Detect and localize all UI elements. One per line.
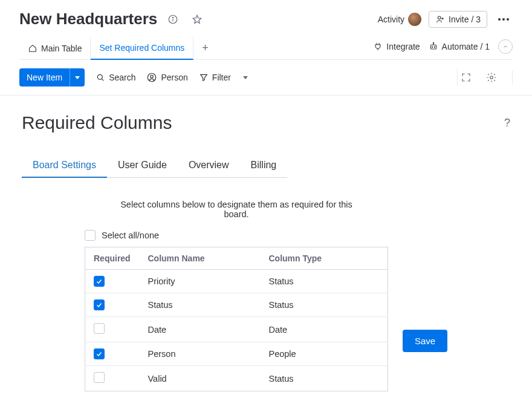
automate-label: Automate / 1 xyxy=(442,42,490,51)
th-type: Column Type xyxy=(261,247,388,270)
integrate-link[interactable]: Integrate xyxy=(373,42,420,51)
table-row: DateDate xyxy=(85,317,388,342)
svg-point-9 xyxy=(434,47,435,47)
filter-label: Filter xyxy=(212,73,231,82)
row-checkbox[interactable] xyxy=(94,299,105,310)
activity-link[interactable]: Activity xyxy=(378,13,421,26)
integrate-label: Integrate xyxy=(386,42,420,51)
search-label: Search xyxy=(109,73,135,82)
row-column-name: Valid xyxy=(140,366,261,391)
chevron-up-icon xyxy=(502,44,508,50)
row-checkbox[interactable] xyxy=(94,276,105,287)
star-icon[interactable] xyxy=(189,11,206,28)
svg-point-8 xyxy=(432,47,432,47)
fullscreen-icon[interactable] xyxy=(458,69,475,86)
info-icon[interactable] xyxy=(164,11,181,28)
person-icon xyxy=(146,72,157,83)
more-menu-icon[interactable] xyxy=(495,15,513,24)
svg-point-14 xyxy=(148,73,157,82)
save-button[interactable]: Save xyxy=(403,330,447,352)
person-label: Person xyxy=(161,73,187,82)
svg-point-2 xyxy=(173,17,174,18)
help-icon[interactable]: ? xyxy=(504,117,510,129)
filter-icon xyxy=(199,73,209,82)
svg-marker-3 xyxy=(193,15,202,23)
row-checkbox[interactable] xyxy=(94,348,105,359)
row-checkbox[interactable] xyxy=(94,323,105,334)
sub-tab-board-settings[interactable]: Board Settings xyxy=(22,154,107,178)
row-column-type: Status xyxy=(261,366,388,391)
avatar xyxy=(408,13,421,26)
th-required: Required xyxy=(85,247,140,270)
invite-label: Invite / 3 xyxy=(449,15,481,24)
collapse-button[interactable] xyxy=(498,39,513,54)
tab-label: Set Required Columns xyxy=(99,43,184,53)
search-button[interactable]: Search xyxy=(96,73,135,82)
table-row: PriorityStatus xyxy=(85,270,388,293)
chevron-down-icon xyxy=(243,76,248,79)
row-column-name: Priority xyxy=(140,270,261,293)
plug-icon xyxy=(373,42,383,51)
svg-point-16 xyxy=(490,76,493,79)
table-row: PersonPeople xyxy=(85,342,388,366)
robot-icon xyxy=(429,42,438,51)
panel-title: Required Columns xyxy=(22,113,172,133)
svg-point-4 xyxy=(438,16,441,19)
th-name: Column Name xyxy=(140,247,261,270)
row-column-name: Date xyxy=(140,317,261,342)
gear-icon[interactable] xyxy=(483,69,500,86)
row-checkbox[interactable] xyxy=(94,372,105,383)
invite-button[interactable]: Invite / 3 xyxy=(429,11,487,28)
person-filter-button[interactable]: Person xyxy=(146,72,187,83)
required-columns-table: Required Column Name Column Type Priorit… xyxy=(85,247,388,391)
board-title: New Headquarters xyxy=(19,10,157,28)
new-item-dropdown[interactable] xyxy=(70,68,85,87)
add-tab-button[interactable]: + xyxy=(193,42,217,54)
select-all-checkbox[interactable] xyxy=(85,230,96,241)
row-column-name: Status xyxy=(140,293,261,317)
divider xyxy=(512,70,513,85)
sub-tab-user-guide[interactable]: User Guide xyxy=(107,154,178,177)
instruction-text: Select columns below to designate them a… xyxy=(85,200,388,219)
row-column-type: Date xyxy=(261,317,388,342)
svg-point-12 xyxy=(97,74,102,79)
filter-button[interactable]: Filter xyxy=(199,73,248,82)
row-column-type: Status xyxy=(261,270,388,293)
chevron-down-icon xyxy=(75,76,80,79)
automate-link[interactable]: Automate / 1 xyxy=(429,42,490,51)
svg-rect-7 xyxy=(430,45,436,49)
person-plus-icon xyxy=(435,15,445,24)
table-row: ValidStatus xyxy=(85,366,388,391)
home-icon xyxy=(28,44,37,53)
activity-label: Activity xyxy=(378,15,404,24)
sub-tab-billing[interactable]: Billing xyxy=(240,154,288,177)
tab-main-table[interactable]: Main Table xyxy=(19,38,91,59)
row-column-type: Status xyxy=(261,293,388,317)
svg-point-11 xyxy=(433,42,433,43)
search-icon xyxy=(96,73,105,82)
row-column-name: Person xyxy=(140,342,261,366)
row-column-type: People xyxy=(261,342,388,366)
svg-point-15 xyxy=(151,75,154,78)
tab-set-required-columns[interactable]: Set Required Columns xyxy=(91,37,193,60)
table-row: StatusStatus xyxy=(85,293,388,317)
new-item-button[interactable]: New Item xyxy=(19,68,70,87)
tab-label: Main Table xyxy=(41,44,82,53)
sub-tab-overview[interactable]: Overview xyxy=(178,154,240,177)
svg-line-13 xyxy=(102,79,103,80)
select-all-label: Select all/none xyxy=(102,230,159,240)
